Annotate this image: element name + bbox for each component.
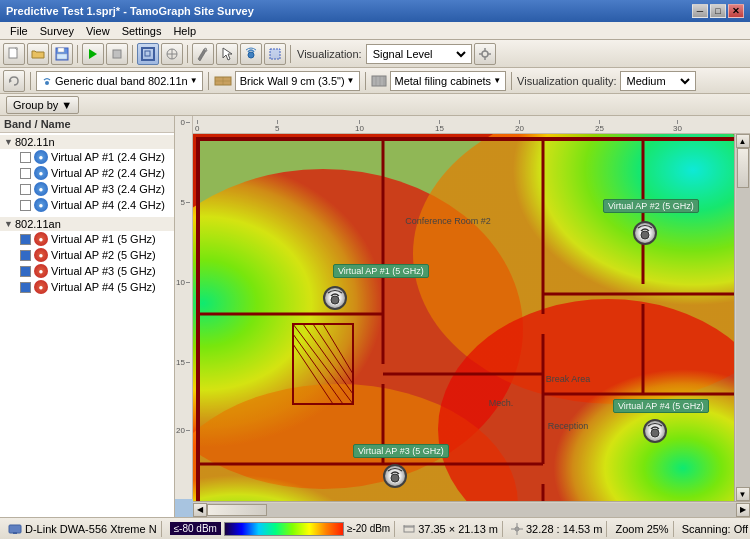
ap-marker-4[interactable]	[643, 419, 667, 443]
quality-select[interactable]: Medium Low High Highest	[623, 74, 693, 88]
wall-type-label: Brick Wall 9 cm (3.5")	[240, 75, 345, 87]
hscroll-right[interactable]: ▶	[736, 503, 750, 517]
svg-point-71	[651, 429, 659, 437]
ap-5-4[interactable]: ● Virtual AP #4 (5 GHz)	[0, 279, 174, 295]
check-ap-5-2[interactable]	[20, 250, 31, 261]
viz-settings-button[interactable]	[474, 43, 496, 65]
ap-marker-3[interactable]	[383, 464, 407, 488]
antenna-arrow: ▼	[190, 76, 198, 85]
horizontal-scrollbar[interactable]: ◀ ▶	[193, 501, 750, 517]
antenna-label: Generic dual band 802.11n	[55, 75, 188, 87]
ap-24-2[interactable]: ● Virtual AP #2 (2.4 GHz)	[0, 165, 174, 181]
ap-marker-2[interactable]	[633, 221, 657, 245]
sidebar: Band / Name ▼ 802.11n ● Virtual AP #1 (2…	[0, 116, 175, 517]
ap-icon-24-2: ●	[34, 166, 48, 180]
menu-survey[interactable]: Survey	[34, 24, 80, 38]
group-80211n-header[interactable]: ▼ 802.11n	[0, 135, 174, 149]
maximize-button[interactable]: □	[710, 4, 726, 18]
hscroll-left[interactable]: ◀	[193, 503, 207, 517]
ap-24-1[interactable]: ● Virtual AP #1 (2.4 GHz)	[0, 149, 174, 165]
signal-max-label: ≥-20 dBm	[347, 523, 390, 534]
select-tool[interactable]	[216, 43, 238, 65]
svg-rect-8	[145, 51, 150, 56]
groupby-label: Group by	[13, 99, 58, 111]
ap-5-2-label: Virtual AP #2 (5 GHz)	[51, 249, 156, 261]
survey-mode-button[interactable]	[161, 43, 183, 65]
ap-icon-5-3: ●	[34, 264, 48, 278]
check-ap-5-3[interactable]	[20, 266, 31, 277]
signal-min-label: ≤-80 dBm	[170, 522, 221, 535]
separator-5	[30, 72, 31, 90]
floor-plan-button[interactable]	[137, 43, 159, 65]
svg-rect-3	[58, 48, 64, 52]
svg-marker-5	[89, 49, 97, 59]
ap-5-3-label: Virtual AP #3 (5 GHz)	[51, 265, 156, 277]
expand-icon-80211an: ▼	[4, 219, 13, 229]
ap-5-1[interactable]: ● Virtual AP #1 (5 GHz)	[0, 231, 174, 247]
vscroll-up[interactable]: ▲	[736, 134, 750, 148]
check-ap-5-4[interactable]	[20, 282, 31, 293]
close-button[interactable]: ✕	[728, 4, 744, 18]
draw-tool[interactable]	[192, 43, 214, 65]
ap-marker-1[interactable]	[323, 286, 347, 310]
svg-text:Break Area: Break Area	[546, 374, 591, 384]
svg-rect-35	[198, 139, 738, 517]
svg-point-20	[45, 81, 49, 85]
map-container[interactable]: 0 5 10 15 20 25 30 0 5 10 15 20	[175, 116, 750, 517]
menu-help[interactable]: Help	[167, 24, 202, 38]
antenna-dropdown[interactable]: Generic dual band 802.11n ▼	[36, 71, 203, 91]
ap-5-2[interactable]: ● Virtual AP #2 (5 GHz)	[0, 247, 174, 263]
group-80211n: ▼ 802.11n ● Virtual AP #1 (2.4 GHz) ● Vi…	[0, 133, 174, 215]
svg-point-12	[248, 52, 254, 58]
wall-arrow: ▼	[347, 76, 355, 85]
open-button[interactable]	[27, 43, 49, 65]
obstacle-dropdown[interactable]: Metal filing cabinets ▼	[390, 71, 507, 91]
check-ap-5-1[interactable]	[20, 234, 31, 245]
separator-1	[77, 45, 78, 63]
group-80211an: ▼ 802.11an ● Virtual AP #1 (5 GHz) ● Vir…	[0, 215, 174, 297]
visualization-select[interactable]: Signal Level Signal-to-Noise Ratio PHY D…	[369, 47, 469, 61]
hscroll-thumb[interactable]	[207, 504, 267, 516]
obstacle-icon	[371, 73, 387, 89]
signal-legend: ≤-80 dBm ≥-20 dBm	[166, 521, 396, 537]
group-80211an-header[interactable]: ▼ 802.11an	[0, 217, 174, 231]
vertical-scrollbar[interactable]: ▲ ▼	[734, 134, 750, 501]
ap-tool[interactable]	[240, 43, 262, 65]
new-button[interactable]	[3, 43, 25, 65]
ap-24-4[interactable]: ● Virtual AP #4 (2.4 GHz)	[0, 197, 174, 213]
menu-file[interactable]: File	[4, 24, 34, 38]
ap-24-3[interactable]: ● Virtual AP #3 (2.4 GHz)	[0, 181, 174, 197]
check-ap-24-1[interactable]	[20, 152, 31, 163]
start-survey-button[interactable]	[82, 43, 104, 65]
separator-6	[208, 72, 209, 90]
ap-icon-24-4: ●	[34, 198, 48, 212]
status-bar: D-Link DWA-556 Xtreme N ≤-80 dBm ≥-20 dB…	[0, 517, 750, 539]
check-ap-24-3[interactable]	[20, 184, 31, 195]
undo-button[interactable]	[3, 70, 25, 92]
check-ap-24-2[interactable]	[20, 168, 31, 179]
svg-rect-13	[270, 49, 280, 59]
minimize-button[interactable]: ─	[692, 4, 708, 18]
ap-icon-5-1: ●	[34, 232, 48, 246]
scanning-value: Scanning: Off	[682, 523, 748, 535]
groupby-button[interactable]: Group by ▼	[6, 96, 79, 114]
groupby-arrow: ▼	[61, 99, 72, 111]
floorplan[interactable]: 10 m Conference Room #2 Break Area Mech.…	[193, 134, 750, 517]
menu-bar: File Survey View Settings Help	[0, 22, 750, 40]
wall-type-dropdown[interactable]: Brick Wall 9 cm (3.5") ▼	[235, 71, 360, 91]
vscroll-track[interactable]	[736, 148, 750, 487]
save-button[interactable]	[51, 43, 73, 65]
ap-icon-5-2: ●	[34, 248, 48, 262]
ap-icon-5-4: ●	[34, 280, 48, 294]
vscroll-thumb[interactable]	[737, 148, 749, 188]
dimensions-icon	[403, 523, 415, 535]
title-bar: Predictive Test 1.sprj* - TamoGraph Site…	[0, 0, 750, 22]
stop-button[interactable]	[106, 43, 128, 65]
hscroll-track[interactable]	[207, 503, 736, 517]
menu-view[interactable]: View	[80, 24, 116, 38]
ap-5-3[interactable]: ● Virtual AP #3 (5 GHz)	[0, 263, 174, 279]
check-ap-24-4[interactable]	[20, 200, 31, 211]
zone-tool[interactable]	[264, 43, 286, 65]
vscroll-down[interactable]: ▼	[736, 487, 750, 501]
menu-settings[interactable]: Settings	[116, 24, 168, 38]
